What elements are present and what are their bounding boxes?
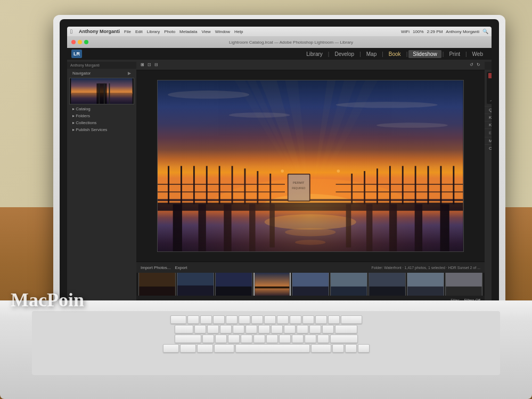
main-photo-view[interactable]: PERMIT REQUIRED [136,70,485,262]
module-tab-group: Library | Develop | Map | Book | Slidesh… [302,50,487,58]
key-bracket-left[interactable] [315,315,327,324]
quick-develop-panel[interactable]: Quick Develop ◀ [485,106,492,113]
key-t[interactable] [239,315,250,324]
key-shift-left[interactable] [175,335,201,343]
key-v[interactable] [241,335,252,343]
nav-panel-item[interactable]: Navigator ▶ [67,70,136,77]
minimize-button[interactable] [78,40,82,44]
key-shift-right[interactable] [330,335,358,343]
publish-panel-item[interactable]: ▸ Publish Services [67,126,136,133]
key-x[interactable] [215,335,227,343]
key-l[interactable] [297,325,308,333]
key-alt[interactable] [197,344,213,353]
toolbar-grid-icon[interactable]: ⊞ [141,62,144,67]
key-j[interactable] [271,325,283,333]
key-ctrl[interactable] [180,344,196,353]
menu-window[interactable]: Window [215,29,230,34]
key-n[interactable] [266,335,278,343]
key-bracket-right[interactable] [328,315,340,324]
key-r[interactable] [226,315,238,324]
metadata-panel[interactable]: Metadata ◀ [485,137,492,144]
key-z[interactable] [202,335,214,343]
menu-edit[interactable]: Edit [135,29,143,34]
key-d[interactable] [220,325,232,333]
close-button[interactable] [71,40,76,44]
keywording-panel[interactable]: Keywording ◀ [485,113,492,121]
key-q[interactable] [187,315,199,324]
key-arrow-up[interactable] [345,344,357,353]
key-caps[interactable] [175,325,193,333]
menu-help[interactable]: Help [234,29,243,34]
thumbnail-item[interactable] [330,273,367,296]
key-slash[interactable] [317,335,329,343]
filmstrip-photo-strip[interactable] [136,273,485,296]
key-s[interactable] [207,325,219,333]
key-w[interactable] [200,315,212,324]
key-h[interactable] [258,325,270,333]
key-y[interactable] [251,315,263,324]
key-k[interactable] [284,325,296,333]
maximize-button[interactable] [84,40,88,44]
key-comma[interactable] [292,335,304,343]
thumbnail-item[interactable] [407,273,444,296]
menu-view[interactable]: View [201,29,210,34]
thumbnail-item-selected[interactable] [253,273,291,296]
key-arrow-left[interactable] [332,344,344,353]
key-f[interactable] [233,325,244,333]
thumbnail-item[interactable] [138,273,176,296]
menu-file[interactable]: File [124,29,131,34]
toolbar-survey-icon[interactable]: ⊟ [154,62,158,67]
key-period[interactable] [305,335,316,343]
tab-book[interactable]: Book [384,50,405,58]
key-arrow-right[interactable] [358,344,370,353]
key-backslash[interactable] [341,315,362,324]
key-g[interactable] [245,325,257,333]
thumbnail-item[interactable] [215,273,252,296]
tab-web[interactable]: Web [468,50,487,58]
key-tab[interactable] [170,315,186,324]
key-cmd-left[interactable] [214,344,234,353]
toolbar-rotate-left[interactable]: ↺ [470,62,473,67]
key-fn[interactable] [163,344,179,353]
tab-library[interactable]: Library [302,50,327,58]
key-enter[interactable] [335,325,357,333]
key-b[interactable] [253,335,265,343]
toolbar-loupe-icon[interactable]: ⊡ [148,62,151,67]
folders-panel-item[interactable]: ▸ Folders [67,112,136,119]
key-quote[interactable] [322,325,334,333]
key-u[interactable] [264,315,276,324]
export-button[interactable]: Export [175,265,187,270]
toolbar-rotate-right[interactable]: ↻ [477,62,480,67]
tab-develop[interactable]: Develop [330,50,358,58]
thumbnail-item[interactable] [369,273,406,296]
key-space[interactable] [235,344,310,353]
menu-library[interactable]: Library [147,29,160,34]
key-i[interactable] [277,315,289,324]
key-cmd-right[interactable] [311,344,331,353]
comments-panel[interactable]: Comments ◀ [485,144,492,152]
key-o[interactable] [290,315,301,324]
catalog-panel-item[interactable]: ▸ Catalog [67,105,136,112]
menu-metadata[interactable]: Metadata [179,29,197,34]
key-m[interactable] [279,335,291,343]
tab-map[interactable]: Map [362,50,381,58]
photo-scene: PERMIT REQUIRED [158,80,463,251]
collections-label: ▸ Collections [72,120,96,125]
app-name[interactable]: Anthony Morganti [79,29,120,34]
tab-slideshow[interactable]: Slideshow [408,50,441,58]
collections-panel-item[interactable]: ▸ Collections [67,119,136,126]
search-icon[interactable]: 🔍 [482,29,488,34]
menu-photo[interactable]: Photo [164,29,175,34]
key-p[interactable] [302,315,314,324]
thumbnail-item[interactable] [177,273,214,296]
thumbnail-item[interactable] [445,273,482,296]
import-button[interactable]: Import Photos... [141,265,170,270]
key-a[interactable] [194,325,206,333]
apple-menu[interactable]:  [70,28,72,35]
thumbnail-item[interactable] [292,273,329,296]
tab-print[interactable]: Print [445,50,464,58]
key-semicolon[interactable] [309,325,321,333]
keyword-list-panel[interactable]: Keyword List ◀ [485,121,492,128]
key-c[interactable] [228,335,240,343]
key-e[interactable] [213,315,225,324]
